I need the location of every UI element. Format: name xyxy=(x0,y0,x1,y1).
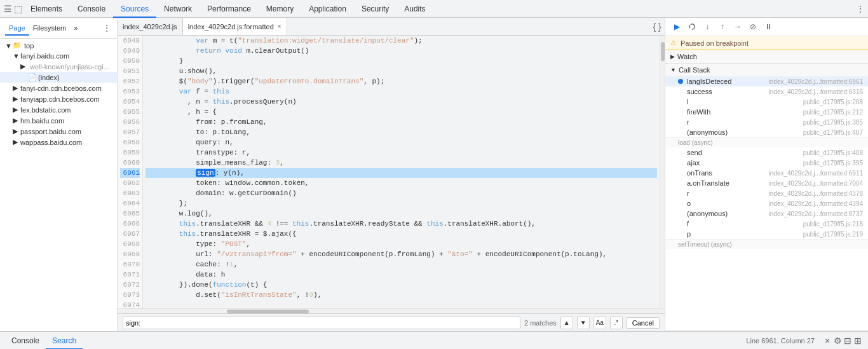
call-stack-header[interactable]: ▼ Call Stack xyxy=(665,64,868,76)
call-stack-arrow-icon: ▼ xyxy=(670,67,676,73)
call-stack-item[interactable]: o index_4029c2d.j...formatted:4394 xyxy=(665,198,868,209)
code-line: cache: !1, xyxy=(146,259,657,270)
cancel-search-button[interactable]: Cancel xyxy=(627,317,660,329)
file-tree: ▼ 📁 top ▼ fanyi.baidu.com ▶ .well-known/… xyxy=(0,39,117,149)
tree-item-wellknown[interactable]: ▶ .well-known/yunjiasu-cgi... xyxy=(0,61,117,72)
tab-memory[interactable]: Memory xyxy=(259,0,301,18)
code-line: type: "POST", xyxy=(146,239,657,249)
breakpoint-banner: ⚠ Paused on breakpoint xyxy=(665,36,868,50)
horizontal-scrollbar[interactable] xyxy=(118,308,665,313)
call-stack-item[interactable]: f public_d179ff5.js:218 xyxy=(665,219,868,229)
tab-network[interactable]: Network xyxy=(156,0,200,18)
watch-section: ▶ Watch xyxy=(665,50,868,64)
file-tab-1[interactable]: index_4029c2d.js xyxy=(118,18,183,36)
tab-security[interactable]: Security xyxy=(354,0,397,18)
tree-item-fex[interactable]: ▶ fex.bdstatic.com xyxy=(0,104,117,115)
call-stack-item[interactable]: fireWith public_d179ff5.js:212 xyxy=(665,107,868,117)
code-line: from: p.fromLang, xyxy=(146,117,657,127)
call-stack-item[interactable]: send public_d179ff5.js:408 xyxy=(665,147,868,158)
dock-right-icon[interactable]: ⊞ xyxy=(853,336,863,346)
call-stack-item[interactable]: success index_4029c2d.j...formatted:6316 xyxy=(665,86,868,97)
call-stack-item[interactable]: (anonymous) public_d179ff5.js:407 xyxy=(665,127,868,137)
call-stack-section: ▼ Call Stack langIsDeteced index_4029c2d… xyxy=(665,64,868,331)
call-stack-item[interactable]: r public_d179ff5.js:385 xyxy=(665,117,868,127)
code-line: return void m.clearOutput() xyxy=(146,46,657,56)
code-line: domain: w.getCurDomain() xyxy=(146,188,657,198)
code-line: }).done(function(t) { xyxy=(146,280,657,290)
line-numbers: 6948 6949 6950 6951 6952 6953 6954 6955 … xyxy=(118,36,143,308)
right-panel: ▶ ↓ ↑ → ⊘ ⏸ ⚠ Paused on breakpoint ▶ Wat… xyxy=(665,18,868,331)
tree-item-fanyi[interactable]: ▼ fanyi.baidu.com xyxy=(0,51,117,61)
inspect-icon[interactable]: ⬚ xyxy=(13,4,23,14)
tree-item-hm[interactable]: ▶ hm.baidu.com xyxy=(0,115,117,126)
sidebar-header: Page Filesystem » ⋮ xyxy=(0,18,117,39)
sidebar-more-icon[interactable]: ⋮ xyxy=(102,23,112,33)
call-stack-item[interactable]: r index_4029c2d.j...formatted:4378 xyxy=(665,188,868,198)
call-stack-item[interactable]: onTrans index_4029c2d.j...formatted:6911 xyxy=(665,168,868,178)
step-button[interactable]: → xyxy=(731,20,744,33)
call-stack-item[interactable]: p public_d179ff5.js:219 xyxy=(665,229,868,239)
sidebar-tab-page[interactable]: Page xyxy=(5,20,29,36)
format-icon[interactable]: { } xyxy=(652,22,662,32)
pause-on-exceptions-button[interactable]: ⏸ xyxy=(762,20,775,33)
deactivate-breakpoints-button[interactable]: ⊘ xyxy=(747,20,759,33)
code-line: query: n, xyxy=(146,137,657,147)
tree-item-top[interactable]: ▼ 📁 top xyxy=(0,40,117,51)
code-editor: 6948 6949 6950 6951 6952 6953 6954 6955 … xyxy=(118,36,665,308)
debugger-toolbar: ▶ ↓ ↑ → ⊘ ⏸ xyxy=(665,18,868,36)
close-tab-icon[interactable]: × xyxy=(278,23,281,30)
code-line: var m = t("translation:widget/translate/… xyxy=(146,36,657,46)
tab-sources[interactable]: Sources xyxy=(113,0,156,18)
call-stack-async-label: load (async) xyxy=(665,137,868,147)
more-vert-icon[interactable]: ⋮ xyxy=(855,4,865,14)
vertical-scrollbar[interactable] xyxy=(660,36,665,308)
step-over-button[interactable] xyxy=(686,20,698,33)
step-into-button[interactable]: ↓ xyxy=(701,20,714,33)
tab-application[interactable]: Application xyxy=(301,0,354,18)
tree-item-index[interactable]: 📄 (index) xyxy=(0,72,117,83)
sidebar-tab-more[interactable]: » xyxy=(70,20,81,36)
settings-icon[interactable]: ⚙ xyxy=(832,336,843,346)
call-stack-item[interactable]: a.onTranslate index_4029c2d.j...formatte… xyxy=(665,178,868,188)
code-line: , h = { xyxy=(146,107,657,117)
match-count: 2 matches xyxy=(524,319,557,327)
dock-bottom-icon[interactable]: ⊟ xyxy=(843,336,853,346)
tree-item-fanyi-cdn[interactable]: ▶ fanyi-cdn.cdn.bcebos.com xyxy=(0,83,117,93)
close-devtools-icon[interactable]: × xyxy=(822,336,832,346)
sidebar: Page Filesystem » ⋮ ▼ 📁 top ▼ fanyi.baid… xyxy=(0,18,118,331)
call-stack-item[interactable]: (anonymous) index_4029c2d.j...formatted:… xyxy=(665,209,868,219)
sidebar-tab-filesystem[interactable]: Filesystem xyxy=(29,20,71,36)
tree-item-wappass[interactable]: ▶ wappass.baidu.com xyxy=(0,137,117,147)
prev-match-button[interactable]: ▲ xyxy=(560,317,573,329)
active-frame-dot xyxy=(678,79,683,84)
watch-header[interactable]: ▶ Watch xyxy=(665,50,868,63)
tab-console[interactable]: Console xyxy=(70,0,113,18)
bottom-tab-search[interactable]: Search xyxy=(46,332,83,350)
tab-audits[interactable]: Audits xyxy=(397,0,433,18)
code-line: this.translateXHR = $.ajax({ xyxy=(146,229,657,239)
next-match-button[interactable]: ▼ xyxy=(577,317,590,329)
file-tabs-bar: index_4029c2d.js index_4029c2d.js:format… xyxy=(118,18,665,36)
tab-performance[interactable]: Performance xyxy=(200,0,259,18)
call-stack-item[interactable]: langIsDeteced index_4029c2d.j...formatte… xyxy=(665,76,868,86)
resume-button[interactable]: ▶ xyxy=(670,20,683,33)
tab-elements[interactable]: Elements xyxy=(23,0,70,18)
search-input[interactable] xyxy=(123,317,520,329)
file-tab-2[interactable]: index_4029c2d.js:formatted × xyxy=(183,18,287,36)
regex-button[interactable]: .* xyxy=(610,317,623,329)
match-case-button[interactable]: Aa xyxy=(593,317,606,329)
step-out-button[interactable]: ↑ xyxy=(716,20,729,33)
call-stack-item[interactable]: ajax public_d179ff5.js:395 xyxy=(665,158,868,168)
call-stack-item[interactable]: l public_d179ff5.js:208 xyxy=(665,97,868,107)
code-line: var f = this xyxy=(146,86,657,97)
code-line: w.log(), xyxy=(146,209,657,219)
call-stack-list: langIsDeteced index_4029c2d.j...formatte… xyxy=(665,76,868,249)
code-line: u.show(), xyxy=(146,66,657,76)
tree-item-passport[interactable]: ▶ passport.baidu.com xyxy=(0,126,117,137)
code-content[interactable]: var m = t("translation:widget/translate/… xyxy=(143,36,660,308)
code-line: , n = this.processQuery(n) xyxy=(146,97,657,107)
bottom-tab-console[interactable]: Console xyxy=(5,332,46,350)
code-line: this.translateXHR && 4 !== this.translat… xyxy=(146,219,657,229)
tree-item-fanyiapp[interactable]: ▶ fanyiapp.cdn.bcebos.com xyxy=(0,93,117,104)
dock-icon[interactable]: ☰ xyxy=(3,4,13,14)
